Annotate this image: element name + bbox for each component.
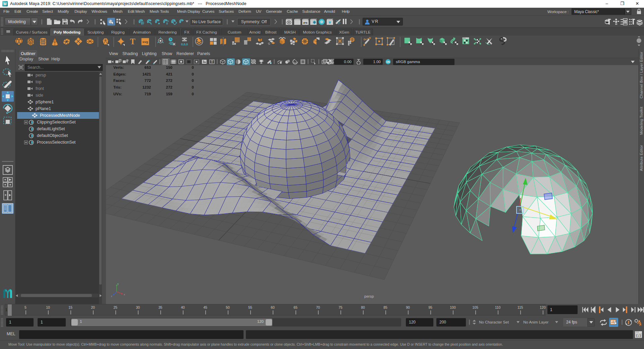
svg-text:ON: ON xyxy=(386,61,390,63)
svg-text:M: M xyxy=(3,2,7,6)
svg-text:T: T xyxy=(130,37,135,46)
svg-text:x: x xyxy=(124,293,125,296)
svg-text:svg: svg xyxy=(143,40,148,44)
svg-text:0,0,0: 0,0,0 xyxy=(181,43,188,46)
svg-text:y: y xyxy=(117,283,119,285)
svg-text:IPR: IPR xyxy=(303,21,308,24)
svg-text:z: z xyxy=(111,295,112,297)
svg-text:a: a xyxy=(119,59,121,62)
svg-text:T: T xyxy=(211,60,213,64)
svg-text:{;}: {;} xyxy=(636,334,641,338)
